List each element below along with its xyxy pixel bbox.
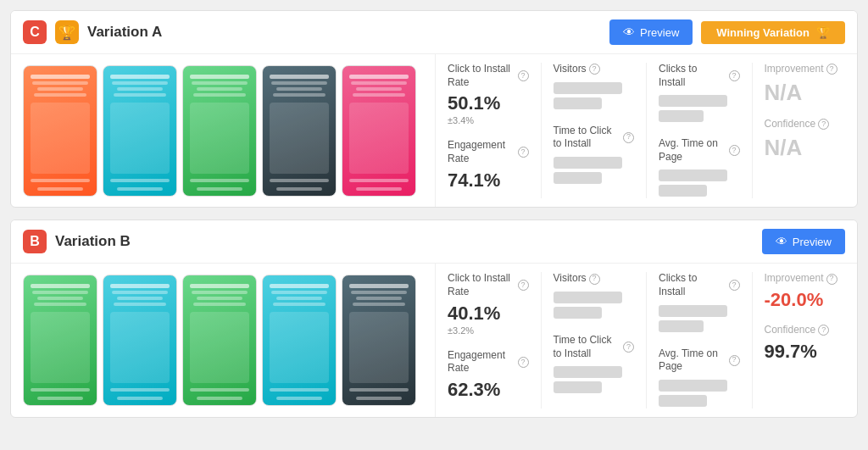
improvement-value: N/A: [765, 81, 846, 105]
preview-button[interactable]: 👁Preview: [762, 229, 845, 254]
help-icon: ?: [818, 119, 829, 130]
stats-col-2: Visitors?Time to Click to Install?: [542, 272, 648, 408]
engagement-rate-label-text: Engagement Rate: [448, 349, 515, 375]
help-icon: ?: [518, 70, 529, 81]
blurred-value: [554, 292, 622, 303]
blurred-value: [659, 380, 727, 392]
screenshot-frame: [23, 275, 97, 406]
blurred-value: [659, 305, 727, 317]
screenshot-frame: [262, 65, 337, 197]
confidence-label: Confidence?: [765, 118, 846, 131]
preview-button[interactable]: 👁Preview: [609, 19, 693, 45]
stats-col-1: Click to Install Rate?50.1%±3.4%Engageme…: [436, 63, 542, 198]
help-icon: ?: [589, 274, 600, 285]
help-icon: ?: [729, 70, 740, 81]
engagement-rate-label-text: Engagement Rate: [448, 139, 515, 165]
variation-a-header: C🏆Variation A👁PreviewWinning Variation🏆: [11, 11, 857, 54]
screenshot-frame: [182, 275, 257, 406]
stats-col-3: Clicks to Install?Avg. Time on Page?: [647, 272, 753, 408]
confidence-label: Confidence?: [765, 324, 846, 337]
screenshot-frame: [342, 65, 416, 197]
cti-rate-label: Click to Install Rate?: [448, 272, 529, 298]
help-icon: ?: [818, 325, 829, 336]
variation-b: BVariation B👁PreviewClick to Install Rat…: [10, 219, 858, 417]
avg-time-label-text: Avg. Time on Page: [659, 347, 726, 374]
blurred-value: [659, 110, 704, 122]
engagement-rate-value: 74.1%: [448, 170, 529, 191]
blurred-value: [659, 169, 727, 181]
cti-rate-label: Click to Install Rate?: [448, 63, 529, 89]
confidence-stat: Confidence?N/A: [765, 118, 846, 159]
visitors-label: Visitors?: [554, 272, 635, 286]
variation-a-body: Click to Install Rate?50.1%±3.4%Engageme…: [11, 54, 857, 207]
stats-col-4: Improvement?N/AConfidence?N/A: [753, 63, 858, 198]
cti-rate-value: 40.1%: [448, 303, 529, 324]
engagement-rate-label: Engagement Rate?: [448, 349, 529, 375]
help-icon: ?: [826, 274, 837, 285]
variation-logo: B: [23, 230, 47, 253]
blurred-value: [554, 366, 622, 378]
stats-col-3: Clicks to Install?Avg. Time on Page?: [647, 63, 753, 198]
cti-rate-label-text: Click to Install Rate: [448, 63, 515, 89]
blurred-value: [554, 97, 602, 109]
screenshots-section: [11, 264, 435, 416]
confidence-label-text: Confidence: [765, 118, 816, 131]
cti-rate-stat: Click to Install Rate?40.1%±3.2%: [448, 272, 529, 335]
screenshots-section: [11, 54, 435, 207]
improvement-label: Improvement?: [765, 63, 846, 76]
help-icon: ?: [729, 280, 740, 291]
time-to-click-label-text: Time to Click to Install: [554, 334, 621, 360]
confidence-stat: Confidence?99.7%: [765, 324, 846, 362]
stats-section: Click to Install Rate?40.1%±3.2%Engageme…: [435, 264, 857, 416]
screenshot-frame: [103, 275, 177, 406]
time-to-click-label-text: Time to Click to Install: [554, 125, 621, 151]
improvement-stat: Improvement?N/A: [765, 63, 846, 104]
winning-variation-badge: Winning Variation🏆: [701, 21, 845, 44]
variation-logo: C: [23, 20, 47, 44]
help-icon: ?: [518, 147, 529, 158]
visitors-stat: Visitors?: [554, 63, 635, 111]
engagement-rate-stat: Engagement Rate?62.3%: [448, 349, 529, 400]
time-to-click-label: Time to Click to Install?: [554, 125, 635, 151]
visitors-label-text: Visitors: [554, 63, 587, 76]
avg-time-stat: Avg. Time on Page?: [659, 347, 740, 408]
clicks-to-install-stat: Clicks to Install?: [659, 63, 740, 124]
eye-icon: 👁: [623, 25, 635, 39]
blurred-value: [659, 95, 727, 107]
blurred-value: [554, 157, 622, 169]
stats-col-4: Improvement?-20.0%Confidence?99.7%: [753, 272, 858, 408]
help-icon: ?: [729, 355, 740, 366]
blurred-value: [554, 307, 602, 319]
clicks-to-install-stat: Clicks to Install?: [659, 272, 740, 333]
winning-label: Winning Variation: [716, 26, 810, 39]
screenshot-frame: [103, 65, 177, 197]
clicks-to-install-label: Clicks to Install?: [659, 272, 740, 298]
screenshot-frame: [182, 65, 257, 197]
preview-label: Preview: [640, 26, 679, 39]
help-icon: ?: [623, 342, 634, 353]
trophy-icon: 🏆: [55, 20, 79, 44]
improvement-stat: Improvement?-20.0%: [765, 272, 846, 310]
improvement-value: -20.0%: [765, 290, 846, 310]
cti-rate-margin: ±3.4%: [448, 115, 529, 125]
blurred-value: [554, 172, 602, 184]
stats-col-1: Click to Install Rate?40.1%±3.2%Engageme…: [436, 272, 542, 408]
engagement-rate-value: 62.3%: [448, 380, 529, 400]
help-icon: ?: [623, 132, 634, 143]
screenshot-frame: [262, 275, 337, 406]
variation-b-header: BVariation B👁Preview: [11, 220, 857, 264]
improvement-label-text: Improvement: [765, 63, 824, 76]
avg-time-label-text: Avg. Time on Page: [659, 137, 726, 164]
avg-time-label: Avg. Time on Page?: [659, 137, 740, 164]
help-icon: ?: [729, 145, 740, 156]
time-to-click-stat: Time to Click to Install?: [554, 125, 635, 186]
confidence-value: N/A: [765, 136, 846, 160]
blurred-value: [659, 395, 707, 407]
avg-time-stat: Avg. Time on Page?: [659, 137, 740, 198]
clicks-to-install-label: Clicks to Install?: [659, 63, 740, 89]
screenshot-frame: [342, 275, 416, 406]
variation-a: C🏆Variation A👁PreviewWinning Variation🏆C…: [10, 10, 858, 208]
visitors-label-text: Visitors: [554, 272, 587, 286]
confidence-value: 99.7%: [765, 342, 846, 362]
clicks-to-install-label-text: Clicks to Install: [659, 63, 726, 89]
